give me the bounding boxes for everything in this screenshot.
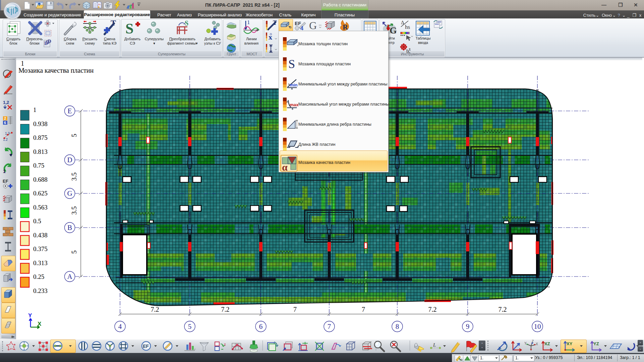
svg-text:E: E bbox=[68, 107, 72, 115]
svg-text:8: 8 bbox=[396, 322, 399, 330]
svg-text:4: 4 bbox=[300, 25, 303, 31]
svg-text:7: 7 bbox=[362, 306, 365, 313]
svg-text:D: D bbox=[67, 156, 72, 164]
svg-text:min: min bbox=[290, 82, 297, 87]
svg-text:0.625: 0.625 bbox=[33, 190, 48, 197]
svg-text:EF: EF bbox=[143, 344, 149, 349]
svg-text:0.375: 0.375 bbox=[33, 245, 48, 252]
svg-text:XZ: XZ bbox=[544, 341, 550, 346]
svg-text:max: max bbox=[290, 102, 299, 107]
svg-text:7.2: 7.2 bbox=[151, 306, 159, 313]
svg-text:X: X bbox=[536, 342, 538, 346]
svg-text:5: 5 bbox=[70, 250, 78, 254]
svg-text:1: 1 bbox=[247, 19, 250, 25]
svg-text:4: 4 bbox=[118, 322, 122, 330]
svg-text:X: X bbox=[38, 321, 42, 327]
svg-text:YZ: YZ bbox=[593, 341, 599, 346]
svg-text:G: G bbox=[67, 189, 72, 197]
svg-text:2: 2 bbox=[4, 116, 6, 120]
svg-text:0.688: 0.688 bbox=[33, 176, 48, 183]
svg-text:0.313: 0.313 bbox=[33, 259, 48, 266]
svg-text:S: S bbox=[288, 58, 295, 70]
svg-text:0.813: 0.813 bbox=[33, 148, 48, 155]
svg-text:S: S bbox=[185, 20, 188, 27]
svg-text:EF: EF bbox=[3, 179, 8, 184]
svg-text:0.5: 0.5 bbox=[33, 218, 41, 225]
svg-text:0.938: 0.938 bbox=[33, 120, 48, 127]
svg-text:10: 10 bbox=[534, 322, 541, 330]
svg-text:T: T bbox=[273, 20, 277, 26]
svg-text:B: B bbox=[67, 224, 72, 232]
svg-text:1: 1 bbox=[33, 106, 37, 113]
svg-text:1: 1 bbox=[21, 60, 24, 67]
svg-text:0.438: 0.438 bbox=[33, 232, 48, 239]
svg-text:7.2: 7.2 bbox=[428, 306, 437, 313]
svg-text:XY: XY bbox=[567, 341, 573, 346]
svg-text:0.75: 0.75 bbox=[33, 162, 44, 169]
svg-text:7: 7 bbox=[328, 322, 331, 330]
svg-text:Y: Y bbox=[28, 312, 32, 319]
svg-text:1,2: 1,2 bbox=[3, 100, 9, 105]
svg-text:Y: Y bbox=[524, 342, 527, 345]
svg-text:L: L bbox=[433, 343, 436, 348]
svg-text:3.5: 3.5 bbox=[70, 206, 78, 215]
svg-text:5: 5 bbox=[188, 322, 192, 330]
svg-text:Мозаика качества пластин: Мозаика качества пластин bbox=[18, 67, 94, 74]
svg-text:α: α bbox=[282, 162, 288, 172]
svg-text:1: 1 bbox=[3, 169, 6, 174]
svg-text:0.25: 0.25 bbox=[33, 273, 44, 280]
svg-text:S: S bbox=[125, 20, 133, 36]
svg-text:G: G bbox=[390, 25, 397, 36]
svg-text:0.563: 0.563 bbox=[33, 204, 48, 211]
svg-text:0.875: 0.875 bbox=[33, 134, 48, 141]
svg-text:7.2: 7.2 bbox=[221, 306, 230, 313]
svg-text:0.233: 0.233 bbox=[33, 287, 48, 294]
svg-text:№: № bbox=[459, 358, 463, 361]
svg-text:A: A bbox=[67, 273, 72, 281]
svg-text:5: 5 bbox=[70, 134, 78, 137]
svg-text:7: 7 bbox=[293, 306, 297, 313]
svg-text:6: 6 bbox=[259, 322, 263, 330]
svg-text:D: D bbox=[48, 39, 51, 44]
svg-text:G: G bbox=[309, 20, 317, 31]
svg-text:7.2: 7.2 bbox=[499, 306, 507, 313]
svg-text:hs: hs bbox=[405, 24, 410, 30]
svg-text:3.5: 3.5 bbox=[70, 173, 78, 181]
svg-text:R: R bbox=[343, 23, 348, 31]
svg-text:6: 6 bbox=[4, 121, 6, 125]
svg-text:9: 9 bbox=[466, 322, 470, 330]
